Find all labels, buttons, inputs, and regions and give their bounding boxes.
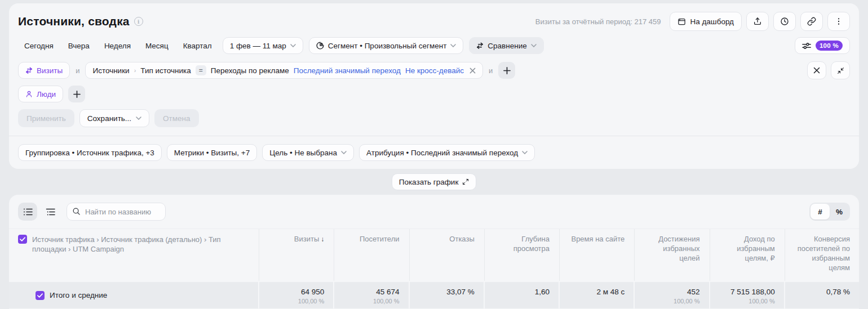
chevron-down-icon bbox=[450, 44, 456, 47]
search-input[interactable] bbox=[67, 203, 166, 221]
column-header-visits[interactable]: Визиты↓ bbox=[259, 229, 333, 281]
add-to-dashboard-button[interactable]: На дашборд bbox=[670, 12, 742, 31]
page-title: Источники, сводка bbox=[18, 15, 130, 28]
info-icon[interactable]: i bbox=[134, 17, 143, 26]
remove-condition-icon[interactable] bbox=[470, 68, 476, 74]
sampling-settings-button[interactable]: 100 % bbox=[795, 37, 850, 54]
grouping-dropdown[interactable]: Группировка • Источник трафика, +3 bbox=[18, 144, 162, 161]
cell-visitors: 45 674100,00 % bbox=[334, 282, 408, 308]
and-connector: и bbox=[488, 66, 493, 75]
export-icon bbox=[753, 17, 762, 26]
filter-condition-chip[interactable]: Источники › Тип источника = Переходы по … bbox=[85, 62, 483, 79]
preset-yesterday[interactable]: Вчера bbox=[62, 38, 96, 53]
column-header-depth[interactable]: Глубина просмотра bbox=[484, 229, 559, 281]
sampling-badge: 100 % bbox=[816, 41, 843, 51]
preset-week[interactable]: Неделя bbox=[98, 38, 137, 53]
report-table-panel: # % Источник трафика › Источник трафика … bbox=[9, 195, 859, 309]
cell-time: 2 м 48 с bbox=[560, 282, 634, 308]
cell-bounces: 33,07 % bbox=[410, 282, 484, 308]
column-header-time[interactable]: Время на сайте bbox=[559, 229, 634, 281]
sort-desc-icon: ↓ bbox=[321, 235, 324, 243]
report-settings-panel: Источники, сводка i Визиты за отчётный п… bbox=[9, 3, 859, 169]
column-header-goal-reaches[interactable]: Достижения избранных целей bbox=[634, 229, 708, 281]
cross-device-link[interactable]: Не кросс-девайс bbox=[405, 66, 464, 75]
chart-toggle-zone: Показать график bbox=[9, 169, 859, 195]
segment-dropdown[interactable]: Сегмент • Произвольный сегмент bbox=[309, 37, 464, 54]
filter-row: Визиты и Источники › Тип источника = Пер… bbox=[18, 61, 850, 79]
table-row-totals: Итого и средние 64 950100,00 % 45 674100… bbox=[9, 282, 859, 308]
chevron-down-icon bbox=[290, 44, 296, 47]
sliders-icon bbox=[802, 42, 811, 50]
dimension-breadcrumb[interactable]: Источник трафика › Источник трафика (дет… bbox=[32, 235, 249, 254]
cell-conversion: 0,78 % bbox=[785, 282, 859, 308]
list-icon bbox=[23, 208, 33, 216]
report-settings-row: Группировка • Источник трафика, +3 Метри… bbox=[18, 144, 850, 161]
operator-badge: = bbox=[196, 65, 206, 75]
goal-dropdown[interactable]: Цель • Не выбрана bbox=[262, 144, 354, 161]
table-toolbar: # % bbox=[9, 203, 859, 229]
dashboard-icon bbox=[677, 17, 686, 26]
breadcrumb-separator: › bbox=[134, 67, 136, 74]
actions-row: Применить Сохранить... Отмена bbox=[18, 109, 850, 127]
dimension-cell: Итого и средние bbox=[9, 282, 258, 308]
clock-icon bbox=[780, 17, 789, 26]
date-range-dropdown[interactable]: 1 фев — 11 мар bbox=[223, 37, 303, 54]
segment-pie-icon bbox=[316, 42, 324, 50]
collapse-filters-button[interactable] bbox=[831, 61, 850, 79]
metrics-dropdown[interactable]: Метрики • Визиты, +7 bbox=[167, 144, 257, 161]
compare-icon bbox=[25, 67, 33, 74]
flat-list-view-button[interactable] bbox=[18, 203, 37, 221]
and-connector: и bbox=[75, 66, 80, 75]
kebab-icon bbox=[834, 17, 843, 26]
link-icon bbox=[807, 17, 816, 26]
period-row: Сегодня Вчера Неделя Месяц Квартал 1 фев… bbox=[18, 37, 850, 54]
row-checkbox[interactable] bbox=[36, 291, 45, 300]
cell-visits: 64 950100,00 % bbox=[259, 282, 333, 308]
apply-button[interactable]: Применить bbox=[18, 109, 74, 127]
add-people-condition-button[interactable] bbox=[68, 86, 85, 102]
cancel-button[interactable]: Отмена bbox=[154, 109, 198, 127]
more-actions-button[interactable] bbox=[827, 12, 850, 31]
add-condition-button[interactable] bbox=[498, 62, 515, 79]
numbers-toggle-button[interactable]: # bbox=[811, 204, 830, 220]
share-link-button[interactable] bbox=[800, 12, 823, 31]
preset-month[interactable]: Месяц bbox=[139, 38, 175, 53]
clear-filters-button[interactable] bbox=[807, 61, 826, 79]
history-button[interactable] bbox=[773, 12, 796, 31]
column-header-bounces[interactable]: Отказы bbox=[409, 229, 484, 281]
show-chart-button[interactable]: Показать график bbox=[392, 173, 477, 190]
expand-icon bbox=[462, 178, 469, 185]
people-chip[interactable]: Люди bbox=[18, 86, 63, 102]
preset-quarter[interactable]: Квартал bbox=[177, 38, 218, 53]
dimension-header-cell: Источник трафика › Источник трафика (дет… bbox=[9, 229, 258, 281]
chevron-down-icon bbox=[531, 44, 537, 47]
units-toggle: # % bbox=[809, 203, 850, 221]
visits-summary: Визиты за отчётный период: 217 459 bbox=[535, 17, 661, 26]
search-box bbox=[67, 203, 166, 221]
select-all-checkbox[interactable] bbox=[18, 235, 27, 244]
compare-icon bbox=[476, 42, 484, 49]
title-row: Источники, сводка i Визиты за отчётный п… bbox=[18, 11, 850, 32]
metrica-report-page: Источники, сводка i Визиты за отчётный п… bbox=[0, 0, 868, 309]
cell-goal-reaches: 452100,00 % bbox=[635, 282, 708, 308]
person-icon bbox=[25, 90, 33, 98]
search-icon bbox=[72, 207, 81, 216]
column-header-conversion[interactable]: Конверсия посетителей по избранным целям bbox=[785, 229, 859, 281]
export-button[interactable] bbox=[746, 12, 769, 31]
column-header-visitors[interactable]: Посетители bbox=[334, 229, 408, 281]
tree-list-icon bbox=[46, 208, 55, 216]
preset-today[interactable]: Сегодня bbox=[18, 38, 60, 53]
save-button[interactable]: Сохранить... bbox=[79, 109, 149, 127]
comparison-dropdown[interactable]: Сравнение bbox=[469, 37, 543, 54]
settings-divider bbox=[9, 136, 859, 136]
percent-toggle-button[interactable]: % bbox=[830, 204, 849, 220]
chevron-down-icon bbox=[522, 151, 528, 154]
attribution-link[interactable]: Последний значимый переход bbox=[294, 66, 401, 75]
table-header-row: Источник трафика › Источник трафика (дет… bbox=[9, 229, 859, 281]
column-header-revenue[interactable]: Доход по избранным целям, ₽ bbox=[710, 229, 784, 281]
metric-chip-visits[interactable]: Визиты bbox=[18, 62, 70, 79]
cell-depth: 1,60 bbox=[485, 282, 559, 308]
chevron-down-icon bbox=[341, 151, 347, 154]
tree-list-view-button[interactable] bbox=[41, 203, 60, 221]
attribution-dropdown[interactable]: Атрибуция • Последний значимый переход bbox=[359, 144, 535, 161]
